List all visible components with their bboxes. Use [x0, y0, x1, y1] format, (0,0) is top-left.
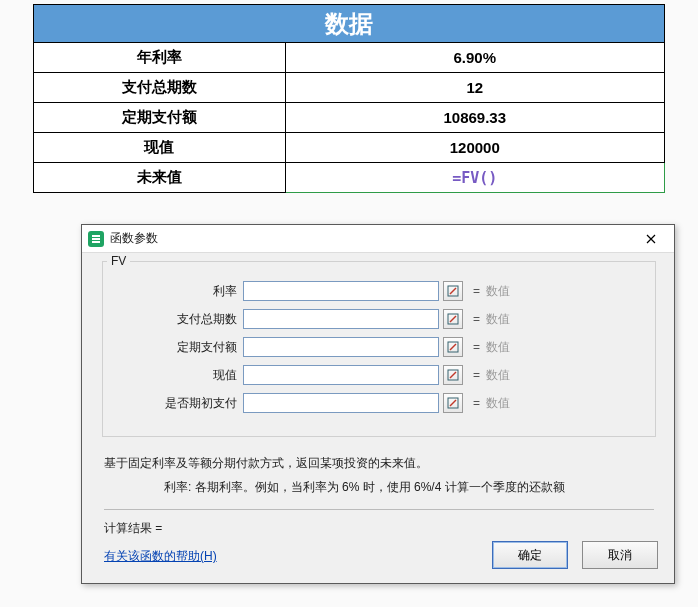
range-select-button[interactable]: [443, 337, 463, 357]
desc-line-2: 利率: 各期利率。例如，当利率为 6% 时，使用 6%/4 计算一个季度的还款额: [104, 477, 654, 497]
group-label: FV: [107, 254, 130, 268]
range-select-icon: [447, 397, 459, 409]
ok-button[interactable]: 确定: [492, 541, 568, 569]
param-row: 定期支付额 = 数值: [113, 336, 645, 358]
row-label: 年利率: [34, 43, 286, 73]
param-hint: 数值: [486, 339, 510, 356]
range-select-button[interactable]: [443, 281, 463, 301]
equals-sign: =: [473, 396, 480, 410]
function-description: 基于固定利率及等额分期付款方式，返回某项投资的未来值。 利率: 各期利率。例如，…: [104, 453, 654, 498]
param-row: 现值 = 数值: [113, 364, 645, 386]
row-label: 未来值: [34, 163, 286, 193]
range-select-icon: [447, 341, 459, 353]
parameter-group: FV 利率 = 数值 支付总期数: [102, 261, 656, 437]
param-label: 现值: [113, 367, 243, 384]
param-label: 利率: [113, 283, 243, 300]
equals-sign: =: [473, 312, 480, 326]
equals-sign: =: [473, 368, 480, 382]
equals-sign: =: [473, 284, 480, 298]
param-label: 定期支付额: [113, 339, 243, 356]
table-header: 数据: [34, 5, 665, 43]
desc-line-1: 基于固定利率及等额分期付款方式，返回某项投资的未来值。: [104, 453, 654, 473]
param-input-pv[interactable]: [243, 365, 439, 385]
result-row: 计算结果 =: [104, 509, 654, 537]
row-value[interactable]: 120000: [285, 133, 664, 163]
dialog-buttons: 确定 取消: [492, 541, 658, 569]
param-input-rate[interactable]: [243, 281, 439, 301]
row-value[interactable]: 12: [285, 73, 664, 103]
param-label: 是否期初支付: [113, 395, 243, 412]
range-select-button[interactable]: [443, 393, 463, 413]
help-link[interactable]: 有关该函数的帮助(H): [104, 548, 217, 565]
param-row: 利率 = 数值: [113, 280, 645, 302]
param-input-pmt[interactable]: [243, 337, 439, 357]
parameter-list: 利率 = 数值 支付总期数: [103, 262, 655, 414]
close-button[interactable]: [634, 228, 668, 250]
param-hint: 数值: [486, 367, 510, 384]
range-select-button[interactable]: [443, 365, 463, 385]
param-label: 支付总期数: [113, 311, 243, 328]
range-select-button[interactable]: [443, 309, 463, 329]
data-table: 数据 年利率 6.90% 支付总期数 12 定期支付额 10869.33 现值 …: [33, 4, 665, 193]
row-value[interactable]: 6.90%: [285, 43, 664, 73]
close-icon: [646, 234, 656, 244]
formula-cell[interactable]: =FV(): [285, 163, 664, 193]
row-label: 支付总期数: [34, 73, 286, 103]
dialog-title: 函数参数: [110, 230, 634, 247]
param-input-nper[interactable]: [243, 309, 439, 329]
param-input-type[interactable]: [243, 393, 439, 413]
row-value[interactable]: 10869.33: [285, 103, 664, 133]
row-label: 现值: [34, 133, 286, 163]
param-row: 是否期初支付 = 数值: [113, 392, 645, 414]
row-label: 定期支付额: [34, 103, 286, 133]
equals-sign: =: [473, 340, 480, 354]
param-hint: 数值: [486, 283, 510, 300]
app-icon: [88, 231, 104, 247]
range-select-icon: [447, 369, 459, 381]
titlebar[interactable]: 函数参数: [82, 225, 674, 253]
param-row: 支付总期数 = 数值: [113, 308, 645, 330]
result-label: 计算结果 =: [104, 521, 162, 535]
range-select-icon: [447, 313, 459, 325]
function-arguments-dialog: 函数参数 FV 利率 = 数值 支付总期数: [81, 224, 675, 584]
param-hint: 数值: [486, 311, 510, 328]
range-select-icon: [447, 285, 459, 297]
cancel-button[interactable]: 取消: [582, 541, 658, 569]
param-hint: 数值: [486, 395, 510, 412]
